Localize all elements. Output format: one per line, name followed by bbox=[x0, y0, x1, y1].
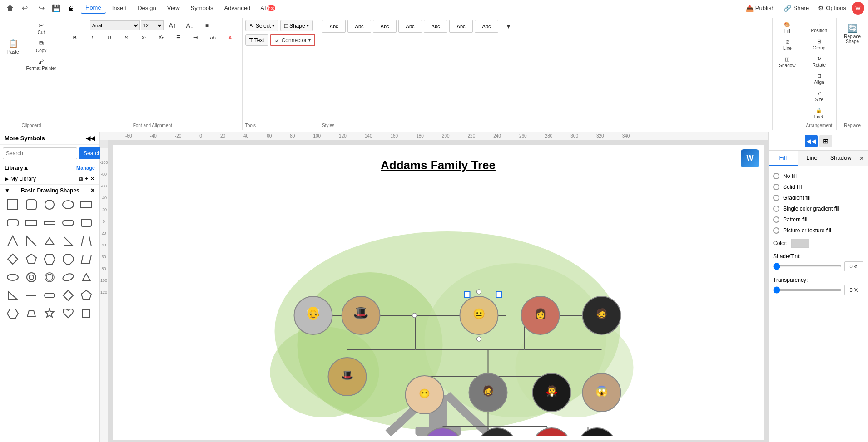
shape-ring[interactable] bbox=[23, 269, 40, 285]
shadow-tab[interactable]: Shadow bbox=[826, 151, 855, 166]
save-btn[interactable]: 💾 bbox=[50, 2, 62, 15]
fill-gradient[interactable]: Gradient fill bbox=[773, 192, 863, 203]
sidebar-collapse-btn[interactable]: ◀◀ bbox=[86, 135, 95, 142]
fill-no-fill[interactable]: No fill bbox=[773, 171, 863, 182]
paste-btn[interactable]: 📋 Paste bbox=[4, 33, 23, 60]
select-btn[interactable]: ↖ Select ▾ bbox=[245, 20, 278, 31]
search-input[interactable] bbox=[3, 147, 77, 159]
shape-pentagon[interactable] bbox=[23, 251, 40, 267]
copy-btn[interactable]: ⧉Copy bbox=[24, 38, 59, 55]
panel-prop-btn[interactable]: ⊞ bbox=[819, 135, 832, 147]
align-btn[interactable]: ≡ bbox=[199, 20, 215, 31]
undo-btn[interactable]: ↩ bbox=[18, 2, 31, 15]
shape-diamond2[interactable] bbox=[60, 287, 76, 304]
format-btn[interactable]: ab bbox=[205, 33, 221, 42]
transparency-input[interactable]: 0 % bbox=[844, 285, 863, 295]
shape-hexagon[interactable] bbox=[41, 251, 58, 267]
shape-triangle[interactable] bbox=[5, 233, 21, 249]
font-color-btn[interactable]: A bbox=[222, 33, 238, 42]
font-size-select[interactable]: 12 bbox=[141, 20, 164, 30]
shape-right-triangle[interactable] bbox=[23, 233, 40, 249]
shape-small-right-tri[interactable] bbox=[60, 233, 76, 249]
fill-pattern[interactable]: Pattern fill bbox=[773, 214, 863, 225]
shape-small-tri2[interactable] bbox=[5, 287, 21, 304]
style-btn-5[interactable]: Abc bbox=[424, 20, 447, 33]
menu-item-design[interactable]: Design bbox=[133, 3, 160, 13]
shape-circle[interactable] bbox=[41, 196, 58, 213]
shape-rounded-rect2[interactable] bbox=[78, 215, 94, 231]
shapes-close-btn[interactable]: ✕ bbox=[90, 187, 95, 194]
font-family-select[interactable]: Arial bbox=[90, 20, 140, 30]
fill-single-gradient[interactable]: Single color gradient fill bbox=[773, 203, 863, 214]
shape-parallelogram[interactable] bbox=[78, 251, 94, 267]
my-library-add-btn[interactable]: + bbox=[84, 175, 88, 182]
lock-btn[interactable]: 🔒Lock bbox=[811, 106, 827, 121]
menu-item-view[interactable]: View bbox=[163, 3, 184, 13]
shape-line-shape[interactable] bbox=[23, 287, 40, 304]
shape-star[interactable] bbox=[41, 305, 58, 322]
shape-ellipse[interactable] bbox=[60, 196, 76, 213]
styles-expand-btn[interactable]: ▾ bbox=[500, 20, 516, 33]
share-btn[interactable]: 🔗 Share bbox=[780, 3, 813, 14]
shape-rounded-rect[interactable] bbox=[23, 196, 40, 213]
fill-tab[interactable]: Fill bbox=[769, 151, 798, 166]
redo-btn[interactable]: ↪ bbox=[35, 2, 48, 15]
shape-octagon[interactable] bbox=[60, 251, 76, 267]
my-library-import-btn[interactable]: ⧉ bbox=[79, 175, 83, 182]
shape-stadium2[interactable] bbox=[41, 287, 58, 304]
transparency-slider[interactable] bbox=[773, 289, 842, 291]
print-btn[interactable]: 🖨 bbox=[64, 2, 77, 15]
connector-btn[interactable]: ↙ Connector ▾ bbox=[270, 34, 315, 46]
bold-btn[interactable]: B bbox=[67, 33, 83, 42]
shape-pentagon2[interactable] bbox=[78, 287, 94, 304]
shape-heart[interactable] bbox=[60, 305, 76, 322]
shape-oval[interactable] bbox=[5, 269, 21, 285]
manage-link[interactable]: Manage bbox=[76, 165, 95, 171]
style-btn-4[interactable]: Abc bbox=[398, 20, 422, 33]
shape-diamond[interactable] bbox=[5, 251, 21, 267]
shape-small-tri[interactable] bbox=[78, 269, 94, 285]
panel-close-btn[interactable]: ✕ bbox=[855, 151, 868, 166]
size-btn[interactable]: ⤢Size bbox=[811, 88, 827, 104]
shadow-btn[interactable]: ◫Shadow bbox=[776, 54, 798, 70]
shape-rhombus[interactable] bbox=[60, 269, 76, 285]
shape-trapezoid2[interactable] bbox=[23, 305, 40, 322]
shape-small-triangle[interactable] bbox=[41, 233, 58, 249]
style-btn-1[interactable]: Abc bbox=[322, 20, 346, 33]
shade-tint-slider[interactable] bbox=[773, 265, 842, 267]
strikethrough-btn[interactable]: S bbox=[119, 33, 135, 42]
superscript-btn[interactable]: X² bbox=[136, 33, 152, 42]
shape-thin-wide[interactable] bbox=[41, 215, 58, 231]
fill-btn[interactable]: 🎨Fill bbox=[779, 20, 795, 35]
style-btn-3[interactable]: Abc bbox=[373, 20, 397, 33]
menu-item-insert[interactable]: Insert bbox=[108, 3, 132, 13]
text-btn[interactable]: T Text bbox=[245, 34, 268, 46]
fill-solid[interactable]: Solid fill bbox=[773, 182, 863, 192]
canvas-scroll[interactable]: W Addams Family Tree bbox=[108, 140, 768, 442]
shape-thin-rect[interactable] bbox=[78, 196, 94, 213]
style-btn-6[interactable]: Abc bbox=[449, 20, 473, 33]
menu-item-advanced[interactable]: Advanced bbox=[219, 3, 255, 13]
group-btn[interactable]: ⊞Group bbox=[810, 37, 828, 52]
shape-wide-rect[interactable] bbox=[23, 215, 40, 231]
style-btn-2[interactable]: Abc bbox=[347, 20, 371, 33]
menu-item-symbols[interactable]: Symbols bbox=[186, 3, 218, 13]
shape-btn[interactable]: □ Shape ▾ bbox=[280, 20, 313, 31]
underline-btn[interactable]: U bbox=[101, 33, 118, 42]
shape-trapezoid-t[interactable] bbox=[78, 233, 94, 249]
publish-btn[interactable]: 📤 Publish bbox=[742, 3, 779, 14]
menu-item-home[interactable]: Home bbox=[81, 2, 106, 14]
options-btn[interactable]: ⚙ Options bbox=[814, 3, 850, 14]
shape-rounded-thin[interactable] bbox=[5, 215, 21, 231]
style-btn-7[interactable]: Abc bbox=[475, 20, 498, 33]
shape-hexagon2[interactable] bbox=[5, 305, 21, 322]
menu-item-ai[interactable]: AI hot bbox=[257, 4, 279, 12]
home-icon[interactable] bbox=[4, 2, 16, 15]
shade-tint-input[interactable]: 0 % bbox=[844, 261, 863, 271]
format-painter-btn[interactable]: 🖌Format Painter bbox=[24, 56, 59, 73]
indent-btn[interactable]: ⇥ bbox=[188, 33, 204, 42]
line-btn[interactable]: ⊘Line bbox=[779, 37, 795, 53]
increase-font-btn[interactable]: A↑ bbox=[164, 20, 181, 31]
shape-square[interactable] bbox=[5, 196, 21, 213]
align-shape-btn[interactable]: ⊟Align bbox=[811, 71, 827, 87]
